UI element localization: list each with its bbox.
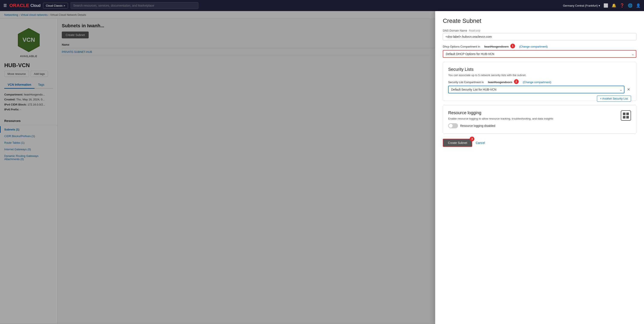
create-subnet-button-wrapper: Create Subnet 3 [443, 139, 472, 147]
security-list-remove-button[interactable]: ✕ [626, 86, 631, 93]
dhcp-compartment-owner: IwanHoogendoorn [484, 45, 508, 48]
grid-icon [622, 112, 629, 119]
sidebar-item-internet-gateways[interactable]: Internet Gateways (0) [0, 146, 57, 152]
security-lists-desc: You can associate up to 5 network securi… [448, 74, 631, 77]
resource-logging-toggle-row: Resource logging disabled [448, 123, 553, 128]
region-label: Germany Central (Frankfurt) [563, 4, 598, 7]
ipv4-label: IPv4 CIDR Block: [4, 103, 27, 106]
security-lists-title: Security Lists [448, 67, 631, 72]
step-3-badge: 3 [470, 137, 474, 141]
ipv6-label: IPv6 Prefix: [4, 108, 20, 111]
region-dropdown-icon: ▾ [598, 4, 600, 7]
svg-rect-2 [623, 112, 626, 115]
cancel-button[interactable]: Cancel [476, 141, 485, 144]
compartment-label: Compartment: [4, 93, 23, 96]
user-avatar[interactable]: 👤 [636, 3, 640, 8]
oracle-logo: ORACLE Cloud [10, 3, 40, 8]
ipv6-value: - [20, 108, 21, 111]
tab-tags[interactable]: Tags [34, 81, 48, 89]
tab-vcn-information[interactable]: VCN Information [4, 81, 34, 89]
vcn-action-buttons: Move resource Add tags [0, 69, 57, 79]
sidebar-item-dynamic-routing[interactable]: Dynamic Routing Gateways Attachments (0) [0, 152, 57, 162]
vcn-status-badge: AVAILABLE [20, 54, 37, 58]
cloud-classic-button[interactable]: Cloud Classic > [43, 3, 68, 8]
created-value: Thu, May 16, 2024, 0... [16, 98, 45, 101]
vcn-hexagon-icon: VCN [16, 27, 42, 53]
region-selector[interactable]: Germany Central (Frankfurt) ▾ [563, 4, 600, 7]
resources-title: Resources [0, 119, 57, 124]
breadcrumb-networking[interactable]: Networking [4, 13, 18, 16]
resource-logging-icon [621, 110, 631, 121]
sidebar: VCN AVAILABLE HUB-VCN Move resource Add … [0, 19, 58, 324]
dhcp-options-group: Dhcp Options Compartment in IwanHoogendo… [443, 44, 636, 58]
nav-right: Germany Central (Frankfurt) ▾ ⬜ 🔔 ❓ 🌐 👤 [563, 3, 640, 8]
console-icon[interactable]: ⬜ [604, 3, 608, 8]
vcn-icon-container: VCN AVAILABLE [0, 23, 57, 62]
resources-section: Resources Subnets (1) CIDR Blocks/Prefix… [0, 116, 57, 166]
breadcrumb-sep1: › [19, 13, 21, 16]
cloud-text: Cloud [30, 4, 40, 8]
add-tags-button[interactable]: Add tags [31, 71, 48, 77]
security-lists-section: Security Lists You can associate up to 5… [443, 62, 636, 101]
resource-logging-title: Resource logging [448, 110, 553, 115]
resource-logging-toggle[interactable] [448, 123, 458, 128]
panel-actions: Create Subnet 3 Cancel [443, 139, 636, 147]
bell-icon[interactable]: 🔔 [612, 3, 616, 8]
ipv4-value: 172.16.0.0/2... [28, 103, 45, 106]
panel-title: Create Subnet [443, 18, 636, 24]
sidebar-item-route-tables[interactable]: Route Tables (1) [0, 140, 57, 146]
step-2-badge: 2 [514, 79, 519, 84]
top-nav: ☰ ORACLE Cloud Cloud Classic > Germany C… [0, 0, 644, 11]
oracle-text: ORACLE [10, 3, 29, 8]
dhcp-compartment-label: Dhcp Options Compartment in [443, 45, 480, 48]
search-input[interactable] [70, 2, 198, 9]
another-security-list-button[interactable]: + Another Security List [597, 96, 631, 102]
dhcp-change-compartment-link[interactable]: (Change compartment) [519, 45, 548, 48]
vcn-tabs: VCN Information Tags [4, 81, 53, 89]
resource-logging-status-label: Resource logging disabled [460, 124, 495, 128]
create-subnet-main-button[interactable]: Create Subnet [62, 32, 89, 38]
step-1-badge: 1 [510, 44, 515, 48]
vcn-title: HUB-VCN [0, 62, 57, 69]
dhcp-options-select-wrapper: Default DHCP Options for HUB-VCN [443, 50, 636, 58]
move-resource-button[interactable]: Move resource [4, 71, 29, 77]
svg-rect-4 [623, 116, 626, 118]
breadcrumb-sep2: › [48, 13, 50, 16]
security-list-row: Default Security List for HUB-VCN ✕ [448, 86, 631, 93]
security-list-change-compartment-link[interactable]: (Change compartment) [523, 80, 551, 84]
svg-rect-3 [626, 112, 629, 115]
security-list-select[interactable]: Default Security List for HUB-VCN [448, 86, 624, 93]
resource-logging-desc: Enable resource logging to allow resourc… [448, 117, 553, 120]
security-list-compartment-label: Security List Compartment in [448, 80, 484, 84]
help-icon[interactable]: ❓ [620, 3, 624, 8]
svg-rect-5 [626, 116, 629, 118]
breadcrumb-detail: Virtual Cloud Network Details [50, 13, 86, 16]
security-list-select-wrapper: Default Security List for HUB-VCN [448, 86, 624, 93]
created-label: Created: [4, 98, 16, 101]
svg-text:VCN: VCN [22, 36, 35, 43]
security-list-compartment-row: Security List Compartment in IwanHoogend… [448, 80, 631, 84]
hamburger-icon[interactable]: ☰ [4, 3, 7, 8]
resource-logging-content: Resource logging Enable resource logging… [448, 110, 553, 128]
dhcp-compartment-row: Dhcp Options Compartment in IwanHoogendo… [443, 44, 636, 49]
dns-domain-label: DNS Domain Name Read-only [443, 29, 636, 32]
security-list-compartment-owner: IwanHoogendoorn [488, 80, 512, 84]
dhcp-options-select[interactable]: Default DHCP Options for HUB-VCN [443, 50, 636, 58]
compartment-value: IwanHoogendo... [24, 93, 45, 96]
dns-domain-group: DNS Domain Name Read-only [443, 29, 636, 40]
breadcrumb-vcn[interactable]: Virtual cloud networks [21, 13, 48, 16]
resource-logging-section: Resource logging Enable resource logging… [443, 105, 636, 134]
globe-icon[interactable]: 🌐 [628, 3, 632, 8]
sidebar-item-subnets[interactable]: Subnets (1) [0, 126, 57, 133]
create-subnet-panel: Create Subnet DNS Domain Name Read-only … [435, 11, 644, 324]
vcn-details: Compartment: IwanHoogendo... Created: Th… [0, 89, 57, 116]
subnet-link[interactable]: PRIVATE-SUBNET-HUB [62, 50, 92, 54]
dns-domain-input[interactable] [443, 33, 636, 40]
sidebar-item-cidr-blocks[interactable]: CIDR Blocks/Prefixes (1) [0, 133, 57, 140]
create-subnet-button[interactable]: Create Subnet [443, 139, 472, 147]
